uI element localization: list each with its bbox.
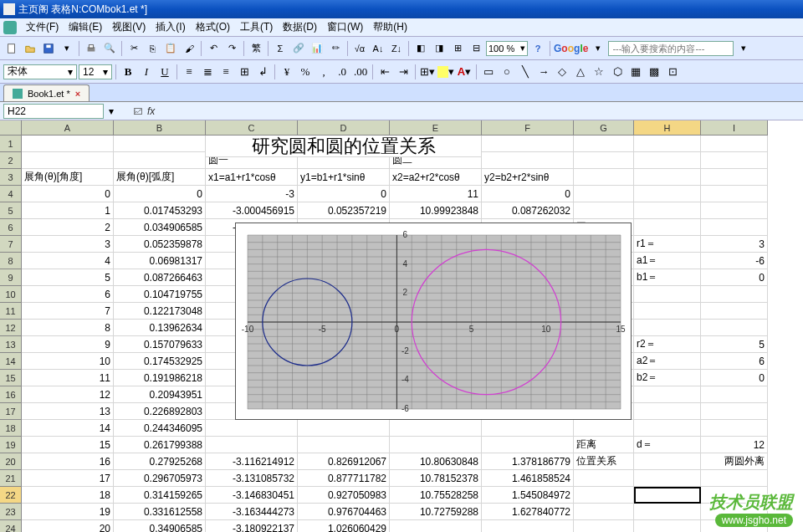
cell-I11[interactable]: [701, 303, 768, 320]
misc-icon-2[interactable]: ◨: [431, 40, 448, 57]
cell-A5[interactable]: 1: [22, 202, 114, 219]
row-header-24[interactable]: 24: [0, 520, 22, 532]
shape-rect-icon[interactable]: ▭: [480, 64, 497, 80]
cell-B12[interactable]: 0.13962634: [114, 320, 206, 336]
cell-I1[interactable]: [701, 136, 768, 152]
row-header-10[interactable]: 10: [0, 286, 22, 303]
cell-A19[interactable]: 15: [22, 437, 114, 453]
cell-H15[interactable]: b2＝: [634, 370, 701, 386]
cell-E22[interactable]: 10.75528258: [390, 487, 482, 504]
fill-color-icon[interactable]: ▾: [437, 64, 454, 80]
cell-H1[interactable]: [634, 136, 701, 152]
cell-A18[interactable]: 14: [22, 420, 114, 437]
shape-misc5-icon[interactable]: ▦: [627, 64, 644, 80]
drawing-icon[interactable]: ✏: [327, 40, 344, 57]
shape-misc2-icon[interactable]: △: [572, 64, 589, 80]
menu-help[interactable]: 帮助(H): [369, 18, 412, 36]
cell-B11[interactable]: 0.122173048: [114, 303, 206, 320]
row-header-2[interactable]: 2: [0, 152, 22, 169]
cut-icon[interactable]: ✂: [125, 40, 142, 57]
cell-H11[interactable]: [634, 303, 701, 320]
cell-I7[interactable]: 3: [701, 236, 768, 253]
col-header-B[interactable]: B: [114, 120, 206, 136]
cell-E5[interactable]: 10.99923848: [390, 202, 482, 219]
comma-icon[interactable]: ,: [315, 64, 332, 80]
cell-I20[interactable]: 两圆外离: [701, 453, 768, 470]
misc-icon-3[interactable]: ⊞: [449, 40, 466, 57]
cell-B23[interactable]: 0.331612558: [114, 504, 206, 520]
cell-G23[interactable]: [574, 504, 634, 520]
align-right-icon[interactable]: ≡: [217, 64, 234, 80]
cell-I14[interactable]: 6: [701, 353, 768, 370]
cell-A10[interactable]: 6: [22, 286, 114, 303]
select-all-corner[interactable]: [0, 120, 22, 136]
cell-B13[interactable]: 0.157079633: [114, 336, 206, 353]
save-icon[interactable]: [40, 40, 57, 57]
cell-A4[interactable]: 0: [22, 186, 114, 202]
cell-A9[interactable]: 5: [22, 269, 114, 286]
cell-D19[interactable]: [298, 437, 390, 453]
row-header-17[interactable]: 17: [0, 403, 22, 420]
shape-misc7-icon[interactable]: ⊡: [664, 64, 681, 80]
cell-B6[interactable]: 0.034906585: [114, 219, 206, 236]
bold-button[interactable]: B: [120, 64, 136, 80]
cell-F4[interactable]: 0: [482, 186, 574, 202]
cell-D21[interactable]: 0.877711782: [298, 470, 390, 487]
export-icon[interactable]: ▾: [59, 40, 75, 57]
cell-F21[interactable]: 1.461858524: [482, 470, 574, 487]
undo-icon[interactable]: ↶: [205, 40, 222, 57]
cell-G20[interactable]: 位置关系: [574, 453, 634, 470]
cell-E23[interactable]: 10.72759288: [390, 504, 482, 520]
row-header-8[interactable]: 8: [0, 253, 22, 269]
cell-A22[interactable]: 18: [22, 487, 114, 504]
embedded-chart[interactable]: -10-5051015-6-4-2246: [235, 223, 632, 420]
font-color-icon[interactable]: A▾: [456, 64, 473, 80]
row-header-23[interactable]: 23: [0, 504, 22, 520]
cell-H14[interactable]: a2＝: [634, 353, 701, 370]
cell-A11[interactable]: 7: [22, 303, 114, 320]
cell-I17[interactable]: [701, 403, 768, 420]
cell-C20[interactable]: -3.116214912: [206, 453, 298, 470]
row-header-4[interactable]: 4: [0, 186, 22, 202]
shape-misc3-icon[interactable]: ☆: [591, 64, 607, 80]
cell-G2[interactable]: [574, 152, 634, 169]
row-header-18[interactable]: 18: [0, 420, 22, 437]
row-header-11[interactable]: 11: [0, 303, 22, 320]
cell-A14[interactable]: 10: [22, 353, 114, 370]
cell-B1[interactable]: [114, 136, 206, 152]
cell-B18[interactable]: 0.244346095: [114, 420, 206, 437]
cell-H3[interactable]: [634, 169, 701, 186]
cell-B7[interactable]: 0.052359878: [114, 236, 206, 253]
cell-A16[interactable]: 12: [22, 386, 114, 403]
redo-icon[interactable]: ↷: [223, 40, 240, 57]
cell-B3[interactable]: 展角(θ)[弧度]: [114, 169, 206, 186]
menu-view[interactable]: 视图(V): [108, 18, 150, 36]
cell-H2[interactable]: [634, 152, 701, 169]
cell-I10[interactable]: [701, 286, 768, 303]
cell-H12[interactable]: [634, 320, 701, 336]
percent-icon[interactable]: %: [297, 64, 314, 80]
cell-I3[interactable]: [701, 169, 768, 186]
cell-B5[interactable]: 0.017453293: [114, 202, 206, 219]
cell-F20[interactable]: 1.378186779: [482, 453, 574, 470]
cell-A3[interactable]: 展角(θ)[角度]: [22, 169, 114, 186]
shape-circle-icon[interactable]: ○: [499, 64, 515, 80]
cell-E21[interactable]: 10.78152378: [390, 470, 482, 487]
row-header-15[interactable]: 15: [0, 370, 22, 386]
cell-B10[interactable]: 0.104719755: [114, 286, 206, 303]
cell-G24[interactable]: [574, 520, 634, 532]
cell-G22[interactable]: [574, 487, 634, 504]
cell-G5[interactable]: [574, 202, 634, 219]
cell-A6[interactable]: 2: [22, 219, 114, 236]
close-tab-icon[interactable]: ×: [75, 89, 80, 99]
row-header-16[interactable]: 16: [0, 386, 22, 403]
dec-indent-icon[interactable]: ⇤: [376, 64, 393, 80]
cell-C3[interactable]: x1=a1+r1*cosθ: [206, 169, 298, 186]
cell-H19[interactable]: d＝: [634, 437, 701, 453]
cell-F3[interactable]: y2=b2+r2*sinθ: [482, 169, 574, 186]
row-header-6[interactable]: 6: [0, 219, 22, 236]
search-dropdown-icon[interactable]: ▾: [590, 40, 606, 57]
search-go-icon[interactable]: ▾: [735, 40, 752, 57]
cell-D5[interactable]: 0.052357219: [298, 202, 390, 219]
chart-icon[interactable]: 📊: [309, 40, 325, 57]
